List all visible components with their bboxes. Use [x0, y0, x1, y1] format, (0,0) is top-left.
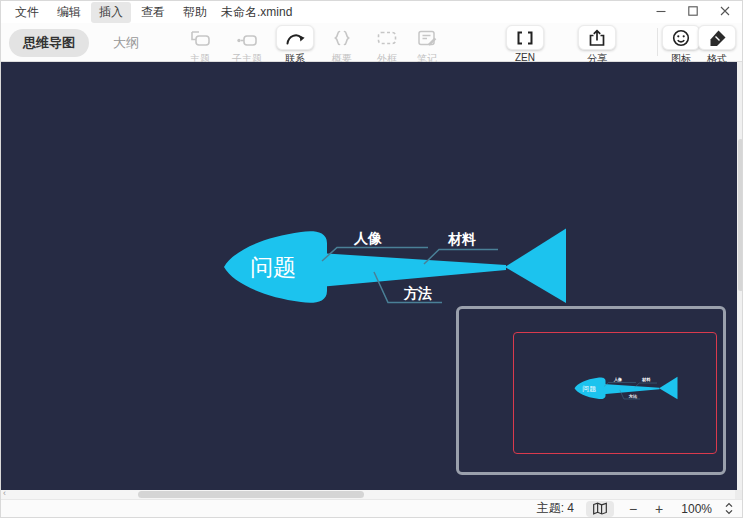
- scrollbar-corner: [735, 490, 742, 499]
- tool-summary: 概要: [318, 25, 366, 66]
- zen-mode-icon: [506, 25, 544, 50]
- overview-minimap[interactable]: [456, 306, 726, 475]
- zoom-in-button[interactable]: +: [652, 502, 666, 516]
- map-icon: [591, 501, 609, 516]
- tab-outline[interactable]: 大纲: [99, 29, 153, 57]
- menu-help[interactable]: 帮助: [175, 2, 215, 23]
- tool-note: 笔记: [403, 25, 451, 66]
- summary-icon: [323, 25, 361, 50]
- topic-count: 主题: 4: [537, 500, 574, 517]
- menu-bar: 文件 编辑 插入 查看 帮助 未命名.xmind: [1, 1, 742, 23]
- minimap-fishbone-thumbnail: [573, 375, 679, 401]
- tool-relationship[interactable]: 联系: [271, 25, 319, 66]
- share-icon: [578, 25, 616, 50]
- document-title: 未命名.xmind: [221, 4, 292, 21]
- topic-icon: [181, 25, 219, 50]
- format-paint-icon: [698, 25, 736, 50]
- horizontal-scrollbar-thumb[interactable]: [138, 491, 364, 498]
- view-tabs: 思维导图 大纲: [9, 29, 153, 57]
- scroll-left-icon[interactable]: ‹: [3, 489, 6, 498]
- horizontal-scrollbar[interactable]: [1, 490, 737, 499]
- tool-zen-mode[interactable]: ZEN: [501, 25, 549, 63]
- menu-file[interactable]: 文件: [7, 2, 47, 23]
- tool-subtopic: 子主题: [223, 25, 271, 66]
- toolbar: 思维导图 大纲 主题 子主题 联系: [1, 23, 742, 62]
- boundary-icon: [368, 25, 406, 50]
- status-bar: 主题: 4 − + 100%: [1, 499, 742, 517]
- minimize-icon[interactable]: [652, 3, 670, 19]
- tab-mindmap[interactable]: 思维导图: [9, 29, 89, 57]
- note-icon: [408, 25, 446, 50]
- maximize-icon[interactable]: [684, 3, 702, 19]
- subtopic-icon: [228, 25, 266, 50]
- menu-insert[interactable]: 插入: [91, 2, 131, 23]
- overview-toggle-button[interactable]: [586, 501, 614, 517]
- vertical-scrollbar[interactable]: [737, 62, 743, 490]
- window-controls: [652, 3, 734, 19]
- zoom-spinner[interactable]: [724, 501, 734, 516]
- zoom-level: 100%: [678, 502, 712, 516]
- chevron-up-down-icon: [724, 501, 734, 516]
- tool-format[interactable]: 格式: [693, 25, 741, 66]
- menu-edit[interactable]: 编辑: [49, 2, 89, 23]
- close-icon[interactable]: [716, 3, 734, 19]
- zoom-out-button[interactable]: −: [626, 502, 640, 516]
- relationship-icon: [276, 25, 314, 50]
- tool-share[interactable]: 分享: [573, 25, 621, 66]
- vertical-scrollbar-thumb[interactable]: [738, 139, 743, 291]
- mindmap-canvas[interactable]: 问题 人像 材料 方法: [1, 62, 743, 490]
- menu-view[interactable]: 查看: [133, 2, 173, 23]
- tool-topic: 主题: [176, 25, 224, 66]
